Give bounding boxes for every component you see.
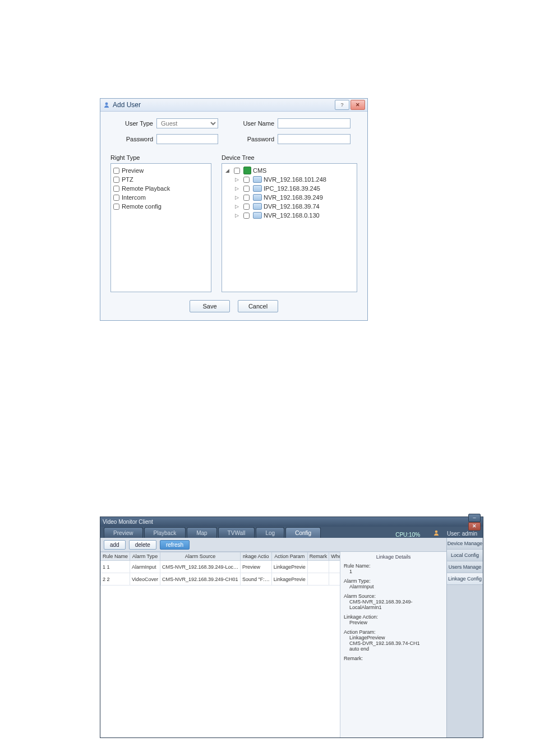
right-checkbox[interactable] <box>113 195 119 201</box>
right-checkbox[interactable] <box>113 177 119 183</box>
tab-tvwall[interactable]: TVWall <box>218 527 255 538</box>
device-tree-label: Device Tree <box>222 154 357 161</box>
device-icon <box>253 194 262 201</box>
dialog-title: Add User <box>113 101 335 109</box>
minimize-button[interactable]: – <box>468 514 481 522</box>
user-type-label: User Type <box>110 120 153 127</box>
side-device-manage[interactable]: Device Manage <box>447 538 483 550</box>
tree-root[interactable]: ◢ CMS <box>224 166 354 175</box>
tab-map[interactable]: Map <box>187 527 216 538</box>
rules-table-area: Rule Name Alarm Type Alarm Source nkage … <box>100 552 340 737</box>
alarm-type-key: Alarm Type: <box>344 578 371 584</box>
tree-checkbox[interactable] <box>243 177 250 183</box>
linkage-action-key: Linkage Action: <box>344 614 378 620</box>
main-tabs: Preview Playback Map TVWall Log Config C… <box>100 527 483 538</box>
tab-log[interactable]: Log <box>256 527 284 538</box>
right-item[interactable]: PTZ <box>113 175 209 184</box>
tab-playback[interactable]: Playback <box>144 527 186 538</box>
tree-node[interactable]: ▷DVR_192.168.39.74 <box>224 202 354 211</box>
alarm-source-value: CMS-NVR_192.168.39.249-LocalAlarmIn1 <box>349 599 443 610</box>
user-name-label: User Name <box>232 120 274 127</box>
password-input[interactable] <box>156 134 218 144</box>
user-type-select[interactable]: Guest <box>156 118 218 128</box>
video-monitor-client-window: Video Monitor Client – ✕ Preview Playbac… <box>100 517 483 738</box>
cancel-button[interactable]: Cancel <box>238 300 278 312</box>
linkage-action-value: Preview <box>349 620 443 625</box>
tab-preview[interactable]: Preview <box>104 527 143 538</box>
svg-point-1 <box>435 531 438 533</box>
tree-checkbox[interactable] <box>243 186 250 192</box>
dialog-titlebar: Add User ? ✕ <box>100 99 367 112</box>
tree-node[interactable]: ▷NVR_192.168.39.249 <box>224 193 354 202</box>
col-alarm-type[interactable]: Alarm Type <box>130 552 160 561</box>
tree-checkbox[interactable] <box>234 168 240 174</box>
refresh-button[interactable]: refresh <box>160 540 190 550</box>
right-item[interactable]: Intercom <box>113 193 209 202</box>
user-icon <box>432 529 440 537</box>
side-local-config[interactable]: Local Config <box>447 550 483 561</box>
col-alarm-source[interactable]: Alarm Source <box>160 552 240 561</box>
device-icon <box>253 212 262 219</box>
device-icon <box>253 185 262 192</box>
device-tree: ◢ CMS ▷NVR_192.168.101.248 ▷IPC_192.168.… <box>222 163 357 292</box>
expand-icon[interactable]: ▷ <box>234 204 239 209</box>
side-panel: Device Manage Local Config Users Manage … <box>446 538 483 737</box>
password-label: Password <box>110 136 153 142</box>
right-checkbox[interactable] <box>113 168 119 174</box>
svg-point-0 <box>105 103 108 105</box>
right-item[interactable]: Remote Playback <box>113 184 209 193</box>
side-linkage-config[interactable]: Linkage Config <box>447 573 483 585</box>
close-button[interactable]: ✕ <box>468 522 481 531</box>
add-user-dialog: Add User ? ✕ User Type Guest User Name P… <box>100 98 368 321</box>
col-remark[interactable]: Remark <box>307 552 329 561</box>
expand-icon[interactable]: ▷ <box>234 177 239 182</box>
close-button[interactable]: ✕ <box>350 100 365 110</box>
table-row[interactable]: 2 2 VideoCover CMS-NVR_192.168.39.249-CH… <box>101 573 370 586</box>
remark-key: Remark: <box>344 656 363 661</box>
col-action-param[interactable]: Action Param <box>271 552 307 561</box>
app-title: Video Monitor Client <box>103 519 468 525</box>
tree-node[interactable]: ▷IPC_192.168.39.245 <box>224 184 354 193</box>
cpu-status: CPU:10% <box>395 532 420 538</box>
device-icon <box>253 176 262 183</box>
table-row[interactable]: 1 1 AlarmInput CMS-NVR_192.168.39.249-Lo… <box>101 561 370 573</box>
details-title: Linkage Details <box>344 554 443 560</box>
alarm-type-value: AlarmInput <box>349 584 443 589</box>
toolbar: add delete refresh <box>100 538 446 552</box>
rule-name-key: Rule Name: <box>344 563 371 569</box>
side-users-manage[interactable]: Users Manage <box>447 561 483 573</box>
action-param-value: LinkagePreview CMS-DVR_192.168.39.74-CH1… <box>349 635 443 652</box>
password-confirm-label: Password <box>232 136 274 142</box>
linkage-details-panel: Linkage Details Rule Name:1 Alarm Type:A… <box>340 552 446 737</box>
collapse-icon[interactable]: ◢ <box>224 168 230 173</box>
right-checkbox[interactable] <box>113 186 119 192</box>
col-linkage-action[interactable]: nkage Actio <box>240 552 271 561</box>
right-item[interactable]: Remote config <box>113 202 209 211</box>
expand-icon[interactable]: ▷ <box>234 195 239 200</box>
action-param-key: Action Param: <box>344 629 376 635</box>
expand-icon[interactable]: ▷ <box>234 213 239 218</box>
tree-checkbox[interactable] <box>243 213 250 219</box>
expand-icon[interactable]: ▷ <box>234 186 239 191</box>
password-confirm-input[interactable] <box>278 134 350 144</box>
add-button[interactable]: add <box>104 540 126 550</box>
save-button[interactable]: Save <box>190 300 230 312</box>
tree-checkbox[interactable] <box>243 204 250 210</box>
alarm-source-key: Alarm Source: <box>344 593 376 599</box>
tree-checkbox[interactable] <box>243 195 250 201</box>
rule-name-value: 1 <box>349 569 443 574</box>
help-button[interactable]: ? <box>335 100 349 110</box>
right-type-label: Right Type <box>110 154 211 161</box>
tab-config[interactable]: Config <box>285 527 321 538</box>
device-icon <box>253 203 262 210</box>
app-titlebar: Video Monitor Client – ✕ <box>100 517 483 527</box>
delete-button[interactable]: delete <box>129 540 156 550</box>
col-rule-name[interactable]: Rule Name <box>101 552 130 561</box>
rights-listbox: Preview PTZ Remote Playback Intercom Rem… <box>110 163 211 292</box>
tree-node[interactable]: ▷NVR_192.168.0.130 <box>224 211 354 220</box>
right-item[interactable]: Preview <box>113 166 209 175</box>
table-empty-area <box>100 586 340 737</box>
user-name-input[interactable] <box>278 118 350 128</box>
right-checkbox[interactable] <box>113 204 119 210</box>
tree-node[interactable]: ▷NVR_192.168.101.248 <box>224 175 354 184</box>
